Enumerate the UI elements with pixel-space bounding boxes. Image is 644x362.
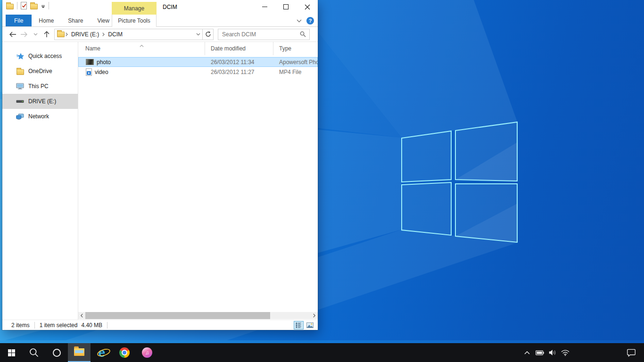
properties-button[interactable] xyxy=(21,2,27,9)
horizontal-scrollbar[interactable] xyxy=(78,312,318,319)
drive-icon xyxy=(16,99,24,103)
itunes-icon: ♫ xyxy=(142,347,152,358)
taskbar: e ♫ xyxy=(0,343,644,362)
address-dropdown[interactable] xyxy=(194,33,202,36)
start-button[interactable] xyxy=(0,343,23,362)
taskbar-internet-explorer-button[interactable]: e xyxy=(91,343,113,362)
sidebar-item-quick-access[interactable]: Quick access xyxy=(2,49,78,64)
network-icon xyxy=(16,114,24,120)
column-header-date-modified[interactable]: Date modified xyxy=(205,42,273,55)
sidebar-item-onedrive[interactable]: OneDrive xyxy=(2,64,78,79)
file-list-pane: Name Date modified Type photo 26/03/2012… xyxy=(78,42,318,320)
file-name: photo xyxy=(97,59,111,66)
items-count: 2 items xyxy=(11,322,30,329)
file-row-video[interactable]: video 26/03/2012 11:27 MP4 File xyxy=(78,67,318,77)
file-date: 26/03/2012 11:34 xyxy=(205,59,273,66)
file-name: video xyxy=(95,69,108,75)
sidebar-item-drive-e[interactable]: DRIVE (E:) xyxy=(2,94,78,109)
chevron-down-icon xyxy=(41,6,45,8)
up-button[interactable] xyxy=(41,29,52,40)
tab-share[interactable]: Share xyxy=(61,15,90,26)
explorer-content: Quick access OneDrive This PC DRIVE xyxy=(2,41,318,320)
column-header-type[interactable]: Type xyxy=(273,45,318,52)
contextual-group-manage[interactable]: Manage xyxy=(112,2,157,15)
window-title: DCIM xyxy=(163,4,177,10)
forward-button[interactable] xyxy=(18,29,30,40)
large-icons-view-button[interactable] xyxy=(305,321,315,329)
breadcrumb-dcim[interactable]: DCIM xyxy=(106,31,125,38)
onedrive-folder-icon xyxy=(16,68,24,75)
sidebar-item-this-pc[interactable]: This PC xyxy=(2,79,78,94)
tray-overflow-chevron[interactable] xyxy=(523,348,531,357)
sidebar-item-label: Network xyxy=(28,113,49,120)
action-center-icon[interactable] xyxy=(627,348,636,357)
file-row-photo[interactable]: photo 26/03/2012 11:34 Apowersoft Photo xyxy=(78,57,318,67)
breadcrumb-drive[interactable]: DRIVE (E:) xyxy=(69,31,101,38)
sort-ascending-icon xyxy=(140,42,144,49)
search-input[interactable] xyxy=(218,31,300,38)
separator xyxy=(107,322,107,329)
chrome-icon xyxy=(119,347,130,358)
details-view-button[interactable] xyxy=(294,321,304,329)
file-explorer-window: Manage DCIM File Home Share View Picture… xyxy=(2,0,318,330)
separator xyxy=(49,2,49,9)
taskbar-file-explorer-button[interactable] xyxy=(68,343,91,362)
recent-locations-dropdown[interactable] xyxy=(30,29,41,40)
internet-explorer-icon: e xyxy=(99,347,105,358)
close-button[interactable] xyxy=(297,0,318,14)
search-icon[interactable] xyxy=(300,31,309,37)
quick-access-star-icon xyxy=(16,53,24,60)
wifi-icon[interactable] xyxy=(561,348,570,357)
sidebar-item-label: OneDrive xyxy=(28,68,52,74)
refresh-button[interactable] xyxy=(203,29,214,40)
photo-thumbnail-icon xyxy=(86,59,94,65)
chevron-right-icon[interactable] xyxy=(65,33,69,36)
help-button[interactable]: ? xyxy=(306,17,314,25)
caption-buttons xyxy=(254,0,318,14)
scrollbar-thumb[interactable] xyxy=(85,312,270,319)
column-headers: Name Date modified Type xyxy=(78,42,318,55)
quick-access-toolbar xyxy=(6,2,49,9)
cortana-circle-icon xyxy=(53,349,61,357)
folder-icon xyxy=(57,32,65,37)
address-bar-row: DRIVE (E:) DCIM xyxy=(2,27,318,41)
tab-picture-tools[interactable]: Picture Tools xyxy=(112,15,157,27)
this-pc-monitor-icon xyxy=(16,83,24,90)
ribbon-tab-row: File Home Share View Picture Tools ? xyxy=(2,15,318,27)
expand-ribbon-chevron[interactable] xyxy=(297,19,302,23)
selection-size: 4.40 MB xyxy=(81,322,102,329)
customize-qat-dropdown[interactable] xyxy=(41,3,45,8)
windows-start-icon xyxy=(8,349,15,356)
sidebar-item-label: Quick access xyxy=(28,53,62,59)
separator xyxy=(17,2,17,9)
separator xyxy=(34,322,35,329)
desktop: Manage DCIM File Home Share View Picture… xyxy=(0,0,644,362)
new-folder-button[interactable] xyxy=(30,4,38,9)
file-explorer-icon xyxy=(74,348,84,356)
system-tray xyxy=(523,343,644,362)
title-bar[interactable]: Manage DCIM xyxy=(2,0,318,15)
battery-icon[interactable] xyxy=(536,348,544,357)
chevron-right-icon[interactable] xyxy=(101,33,106,36)
video-file-icon xyxy=(86,68,92,76)
tab-file[interactable]: File xyxy=(6,15,32,26)
minimize-button[interactable] xyxy=(254,0,275,14)
scroll-right-arrow[interactable] xyxy=(311,312,318,319)
explorer-window-icon xyxy=(6,4,14,9)
scroll-left-arrow[interactable] xyxy=(78,312,85,319)
taskbar-chrome-button[interactable] xyxy=(113,343,136,362)
tab-home[interactable]: Home xyxy=(32,15,61,26)
sidebar-item-label: This PC xyxy=(28,83,49,90)
sidebar-item-network[interactable]: Network xyxy=(2,109,78,124)
cortana-button[interactable] xyxy=(45,343,68,362)
taskbar-itunes-button[interactable]: ♫ xyxy=(136,343,158,362)
search-icon xyxy=(29,348,39,357)
file-type: Apowersoft Photo xyxy=(273,59,318,66)
back-button[interactable] xyxy=(7,29,18,40)
navigation-pane: Quick access OneDrive This PC DRIVE xyxy=(2,42,78,320)
volume-icon[interactable] xyxy=(548,348,557,357)
taskbar-search-button[interactable] xyxy=(23,343,45,362)
maximize-button[interactable] xyxy=(275,0,297,14)
address-breadcrumb[interactable]: DRIVE (E:) DCIM xyxy=(54,29,203,40)
selection-count: 1 item selected xyxy=(40,322,78,329)
